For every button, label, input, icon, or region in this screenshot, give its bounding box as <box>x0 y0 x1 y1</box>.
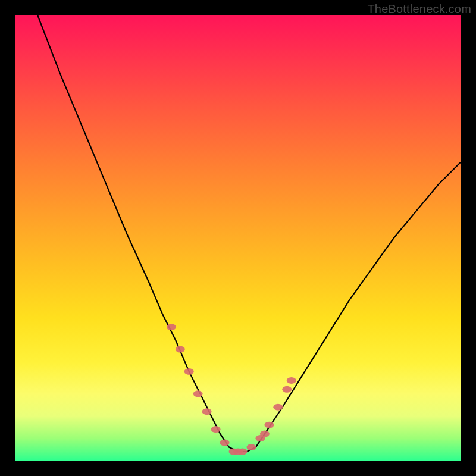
plot-area <box>15 15 461 461</box>
marker-dot <box>273 404 283 411</box>
chart-container: TheBottleneck.com <box>0 0 476 476</box>
highlighted-points <box>167 324 296 455</box>
marker-dot <box>264 422 274 428</box>
marker-dot <box>193 390 203 397</box>
marker-dot <box>184 368 194 375</box>
marker-dot <box>220 440 230 446</box>
marker-dot <box>211 426 221 433</box>
curve-layer <box>15 15 461 461</box>
watermark-text: TheBottleneck.com <box>367 2 471 16</box>
marker-dot <box>176 346 185 353</box>
marker-dot <box>246 444 256 450</box>
marker-dot <box>287 377 296 384</box>
marker-dot <box>282 386 292 393</box>
bottleneck-curve <box>37 15 461 452</box>
marker-dot <box>167 324 176 330</box>
marker-dot <box>202 408 212 415</box>
marker-dot <box>238 449 248 455</box>
marker-dot <box>260 431 270 437</box>
